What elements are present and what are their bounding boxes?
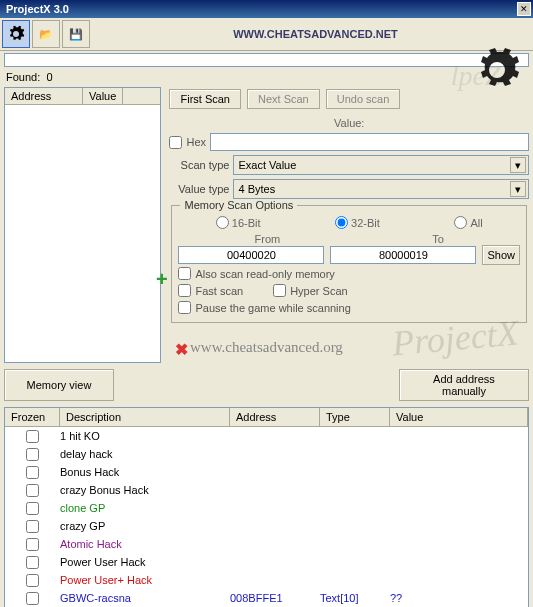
cell-description: Power User Hack [60, 556, 230, 568]
cell-type: Text[10] [320, 592, 390, 604]
col-type[interactable]: Type [320, 408, 390, 426]
logo-gear-icon [473, 46, 521, 94]
cell-description: clone GP [60, 502, 230, 514]
col-address[interactable]: Address [5, 88, 83, 104]
chk-hyperscan[interactable]: Hyper Scan [273, 284, 347, 297]
delete-icon[interactable]: ✖ [175, 340, 188, 359]
table-row[interactable]: clone GP [5, 499, 528, 517]
value-type-select[interactable]: 4 Bytes ▾ [233, 179, 529, 199]
table-row[interactable]: Bonus Hack [5, 463, 528, 481]
col-address[interactable]: Address [230, 408, 320, 426]
col-value[interactable]: Value [83, 88, 123, 104]
frozen-checkbox[interactable] [26, 574, 39, 587]
close-button[interactable]: ✕ [517, 2, 531, 16]
value-input[interactable] [210, 133, 529, 151]
add-icon[interactable]: + [156, 268, 168, 291]
toolbar: 📂 💾 WWW.CHEATSADVANCED.NET [0, 18, 533, 51]
titlebar: ProjectX 3.0 ✕ [0, 0, 533, 18]
from-input[interactable] [178, 246, 324, 264]
chk-pause[interactable]: Pause the game while scanning [178, 301, 520, 314]
frozen-checkbox[interactable] [26, 592, 39, 605]
frozen-checkbox[interactable] [26, 520, 39, 533]
scan-type-select[interactable]: Exact Value ▾ [233, 155, 529, 175]
table-row[interactable]: delay hack [5, 445, 528, 463]
save-button[interactable]: 💾 [62, 20, 90, 48]
next-scan-button[interactable]: Next Scan [247, 89, 320, 109]
first-scan-button[interactable]: First Scan [169, 89, 241, 109]
frozen-checkbox[interactable] [26, 466, 39, 479]
floppy-icon: 💾 [69, 28, 83, 41]
cell-address: 008BFFE1 [230, 592, 320, 604]
col-description[interactable]: Description [60, 408, 230, 426]
radio-all[interactable]: All [454, 216, 482, 229]
frozen-checkbox[interactable] [26, 484, 39, 497]
frozen-checkbox[interactable] [26, 430, 39, 443]
scan-type-label: Scan type [169, 159, 229, 171]
window-title: ProjectX 3.0 [2, 3, 517, 15]
col-value[interactable]: Value [390, 408, 528, 426]
add-address-button[interactable]: Add address manually [399, 369, 529, 401]
found-label: Found: 0 [0, 69, 533, 85]
cell-description: crazy Bonus Hack [60, 484, 230, 496]
chevron-down-icon: ▾ [510, 157, 526, 173]
frozen-checkbox[interactable] [26, 556, 39, 569]
table-row[interactable]: Power User Hack [5, 553, 528, 571]
radio-32bit[interactable]: 32-Bit [335, 216, 380, 229]
value-label: Value: [169, 117, 529, 129]
table-row[interactable]: Atomic Hack [5, 535, 528, 553]
cell-description: Atomic Hack [60, 538, 230, 550]
memory-view-button[interactable]: Memory view [4, 369, 114, 401]
cell-description: Bonus Hack [60, 466, 230, 478]
cell-description: 1 hit KO [60, 430, 230, 442]
to-input[interactable] [330, 246, 476, 264]
results-body [5, 105, 160, 362]
folder-icon: 📂 [39, 28, 53, 41]
table-row[interactable]: crazy Bonus Hack [5, 481, 528, 499]
cell-description: GBWC-racsna [60, 592, 230, 604]
table-row[interactable]: 1 hit KO [5, 427, 528, 445]
cell-value: ?? [390, 592, 528, 604]
results-list: Address Value [4, 87, 161, 363]
chk-fastscan[interactable]: Fast scan [178, 284, 243, 297]
undo-scan-button[interactable]: Undo scan [326, 89, 401, 109]
cell-description: crazy GP [60, 520, 230, 532]
show-button[interactable]: Show [482, 245, 520, 265]
table-row[interactable]: GBWC-racsna008BFFE1Text[10]?? [5, 589, 528, 607]
cell-description: delay hack [60, 448, 230, 460]
cell-description: Power User+ Hack [60, 574, 230, 586]
progress-bar [4, 53, 529, 67]
frozen-checkbox[interactable] [26, 448, 39, 461]
chevron-down-icon: ▾ [510, 181, 526, 197]
memory-scan-options: Memory Scan Options 16-Bit 32-Bit All Fr… [171, 205, 527, 323]
col-frozen[interactable]: Frozen [5, 408, 60, 426]
table-row[interactable]: crazy GP [5, 517, 528, 535]
value-type-label: Value type [169, 183, 229, 195]
chk-readonly[interactable]: Also scan read-only memory [178, 267, 520, 280]
banner-text: WWW.CHEATSADVANCED.NET [100, 28, 531, 40]
table-row[interactable]: Power User+ Hack [5, 571, 528, 589]
frozen-checkbox[interactable] [26, 538, 39, 551]
cheat-table: Frozen Description Address Type Value 1 … [4, 407, 529, 607]
frozen-checkbox[interactable] [26, 502, 39, 515]
radio-16bit[interactable]: 16-Bit [216, 216, 261, 229]
hex-checkbox[interactable]: Hex [169, 136, 206, 149]
scanner-button[interactable] [2, 20, 30, 48]
open-button[interactable]: 📂 [32, 20, 60, 48]
